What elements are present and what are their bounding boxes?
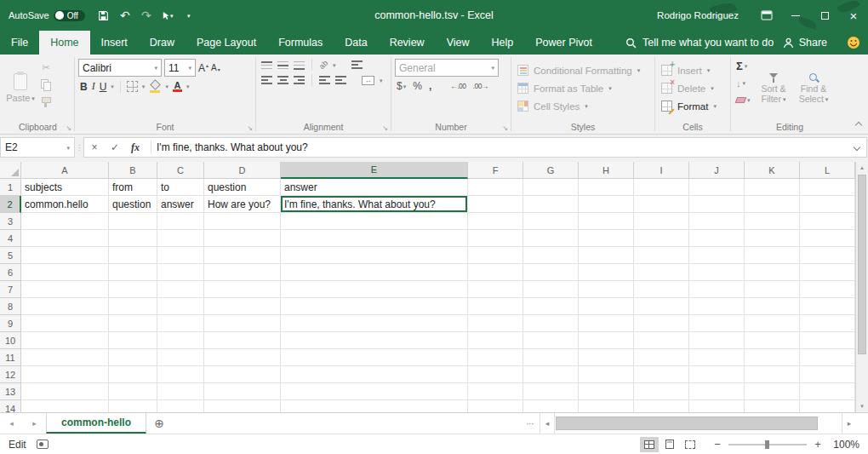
cell-K2[interactable] (745, 196, 800, 213)
cell-A4[interactable] (21, 230, 109, 247)
new-sheet-button[interactable]: ⊕ (146, 413, 172, 434)
accounting-format-button[interactable]: $▾ (397, 80, 406, 92)
minimize-button[interactable] (781, 0, 810, 31)
decrease-indent-button[interactable] (319, 76, 330, 85)
cell-A11[interactable] (21, 349, 109, 366)
cell-J6[interactable] (689, 264, 745, 281)
cell-J9[interactable] (689, 315, 745, 332)
cell-I10[interactable] (634, 332, 689, 349)
vertical-scroll-thumb[interactable] (858, 175, 866, 354)
row-header-8[interactable]: 8 (0, 298, 21, 315)
cell-E2[interactable]: I'm fine, thanks. What about you? (281, 196, 468, 213)
tab-insert[interactable]: Insert (90, 31, 139, 55)
cell-F11[interactable] (468, 349, 523, 366)
cell-J5[interactable] (689, 247, 745, 264)
column-header-C[interactable]: C (157, 162, 204, 179)
increase-decimal-button[interactable]: ←.00 (450, 82, 465, 90)
cell-J14[interactable] (689, 400, 745, 412)
comma-style-button[interactable]: , (429, 80, 431, 92)
cell-C8[interactable] (157, 298, 204, 315)
cell-K4[interactable] (745, 230, 800, 247)
row-header-5[interactable]: 5 (0, 247, 21, 264)
sort-filter-button[interactable]: Sort & Filter▾ (754, 56, 794, 120)
cell-L9[interactable] (800, 315, 855, 332)
cell-B2[interactable]: question (109, 196, 157, 213)
zoom-slider[interactable] (728, 444, 807, 445)
font-size-select[interactable]: 11▾ (164, 59, 196, 77)
center-button[interactable] (277, 76, 288, 85)
share-button[interactable]: Share (783, 31, 839, 55)
cell-E5[interactable] (281, 247, 468, 264)
cell-A6[interactable] (21, 264, 109, 281)
number-format-select[interactable]: General▾ (395, 59, 499, 77)
cell-J11[interactable] (689, 349, 745, 366)
cell-A5[interactable] (21, 247, 109, 264)
format-painter-button[interactable] (37, 95, 54, 108)
cell-L2[interactable] (800, 196, 855, 213)
cell-J12[interactable] (689, 366, 745, 383)
tab-draw[interactable]: Draw (139, 31, 186, 55)
tab-view[interactable]: View (436, 31, 481, 55)
cell-L7[interactable] (800, 281, 855, 298)
cell-D7[interactable] (204, 281, 281, 298)
cell-E14[interactable] (281, 400, 468, 412)
column-header-D[interactable]: D (204, 162, 281, 179)
cell-H7[interactable] (579, 281, 634, 298)
tab-home[interactable]: Home (39, 31, 89, 55)
row-header-6[interactable]: 6 (0, 264, 21, 281)
name-box-caret-icon[interactable]: ▾ (66, 145, 70, 151)
cell-F13[interactable] (468, 383, 523, 400)
cell-H9[interactable] (579, 315, 634, 332)
clipboard-dialog-launcher-icon[interactable]: ↘ (66, 124, 71, 132)
cell-I12[interactable] (634, 366, 689, 383)
cell-I2[interactable] (634, 196, 689, 213)
cell-K13[interactable] (745, 383, 800, 400)
touch-mouse-mode-button[interactable]: ▾ (158, 5, 177, 26)
cell-G1[interactable] (523, 179, 579, 196)
cell-L10[interactable] (800, 332, 855, 349)
cell-F4[interactable] (468, 230, 523, 247)
cell-E3[interactable] (281, 213, 468, 230)
fill-button[interactable]: ↓▾ (734, 76, 752, 90)
cell-D11[interactable] (204, 349, 281, 366)
scroll-right-icon[interactable]: ▸ (842, 413, 856, 434)
cell-B14[interactable] (109, 400, 157, 412)
cell-D6[interactable] (204, 264, 281, 281)
cell-K12[interactable] (745, 366, 800, 383)
cell-K1[interactable] (745, 179, 800, 196)
select-all-corner[interactable] (0, 162, 21, 179)
cell-A13[interactable] (21, 383, 109, 400)
cell-J2[interactable] (689, 196, 745, 213)
redo-button[interactable]: ↷ (137, 5, 156, 26)
column-header-I[interactable]: I (634, 162, 689, 179)
cell-D10[interactable] (204, 332, 281, 349)
cell-C13[interactable] (157, 383, 204, 400)
cell-B12[interactable] (109, 366, 157, 383)
cell-K11[interactable] (745, 349, 800, 366)
format-cells-button[interactable]: Format ▾ (657, 97, 728, 115)
merge-center-button[interactable]: ↔ (362, 76, 374, 85)
cell-K5[interactable] (745, 247, 800, 264)
clear-button[interactable]: ▾ (734, 93, 752, 107)
row-header-12[interactable]: 12 (0, 366, 21, 383)
column-header-F[interactable]: F (468, 162, 523, 179)
vertical-scrollbar[interactable]: ▴ ▾ (855, 162, 868, 412)
cell-B9[interactable] (109, 315, 157, 332)
cell-D8[interactable] (204, 298, 281, 315)
tab-file[interactable]: File (0, 31, 39, 55)
find-select-button[interactable]: Find & Select▾ (794, 56, 834, 120)
cell-L4[interactable] (800, 230, 855, 247)
cell-L12[interactable] (800, 366, 855, 383)
number-dialog-launcher-icon[interactable]: ↘ (502, 124, 508, 132)
enter-button[interactable]: ✓ (105, 138, 125, 157)
cell-K10[interactable] (745, 332, 800, 349)
cell-K3[interactable] (745, 213, 800, 230)
cell-D14[interactable] (204, 400, 281, 412)
cell-F3[interactable] (468, 213, 523, 230)
cell-D13[interactable] (204, 383, 281, 400)
horizontal-scroll-track[interactable] (555, 413, 842, 434)
italic-button[interactable]: I (92, 80, 95, 93)
cell-B5[interactable] (109, 247, 157, 264)
cell-C7[interactable] (157, 281, 204, 298)
cell-J4[interactable] (689, 230, 745, 247)
